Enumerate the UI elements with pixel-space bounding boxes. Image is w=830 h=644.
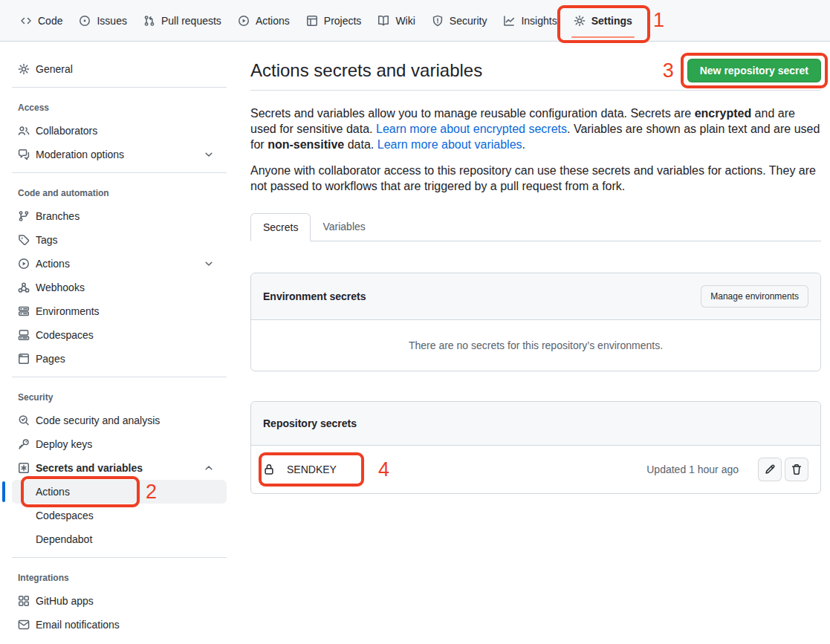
sidebar-item-label: Actions — [36, 486, 70, 498]
intro-bold: non-sensitive — [268, 138, 344, 151]
sidebar-item-label: Email notifications — [36, 619, 120, 631]
sidebar-item-webhooks[interactable]: Webhooks — [12, 276, 227, 299]
intro-paragraph-2: Anyone with collaborator access to this … — [250, 163, 821, 194]
repository-secrets-title: Repository secrets — [263, 417, 357, 430]
sidebar-divider — [12, 87, 227, 88]
sidebar-item-actions[interactable]: Actions — [12, 252, 227, 276]
edit-secret-button[interactable] — [758, 458, 782, 481]
tab-label: Insights — [521, 15, 557, 27]
key-icon — [18, 438, 30, 450]
sidebar-subitem-codespaces[interactable]: Codespaces — [12, 504, 227, 527]
book-icon — [377, 15, 389, 27]
secrets-variables-tabnav: Secrets Variables — [250, 213, 821, 241]
tab-projects[interactable]: Projects — [298, 0, 370, 41]
main-content: Actions secrets and variables 3 New repo… — [250, 42, 821, 494]
sidebar-section-integrations: Integrations — [12, 564, 227, 589]
sidebar-item-label: Webhooks — [36, 282, 85, 293]
tab-security[interactable]: Security — [424, 0, 496, 41]
environment-secrets-empty-text: There are no secrets for this repository… — [251, 320, 820, 371]
tab-pull-requests[interactable]: Pull requests — [135, 0, 230, 41]
annotation-number-1: 1 — [653, 10, 664, 30]
git-pull-request-icon — [143, 15, 155, 27]
tab-variables[interactable]: Variables — [311, 213, 377, 241]
sidebar-subitem-dependabot[interactable]: Dependabot — [12, 527, 227, 551]
tab-label: Pull requests — [161, 15, 221, 27]
table-icon — [306, 15, 318, 27]
intro-paragraph-1: Secrets and variables allow you to manag… — [250, 105, 821, 152]
tab-issues[interactable]: Issues — [71, 0, 134, 41]
sidebar-item-label: Collaborators — [36, 125, 97, 137]
sidebar-divider — [12, 172, 227, 173]
graph-icon — [503, 15, 515, 27]
sidebar-item-branches[interactable]: Branches — [12, 204, 227, 228]
tab-insights[interactable]: Insights — [495, 0, 565, 41]
page-title: Actions secrets and variables — [250, 59, 482, 82]
sidebar-item-label: GitHub apps — [36, 595, 94, 607]
tab-secrets[interactable]: Secrets — [250, 213, 311, 241]
sidebar-item-codespaces[interactable]: Codespaces — [12, 323, 227, 347]
intro-text: Secrets and variables allow you to manag… — [250, 107, 695, 120]
sidebar-item-label: Deploy keys — [36, 438, 92, 450]
sidebar-item-collaborators[interactable]: Collaborators — [12, 119, 227, 143]
sidebar-section-security: Security — [12, 383, 227, 409]
sidebar-item-moderation-options[interactable]: Moderation options — [12, 143, 227, 166]
manage-environments-button[interactable]: Manage environments — [701, 285, 808, 308]
sidebar-item-email-notifications[interactable]: Email notifications — [12, 613, 227, 637]
secret-entry: SENDKEY — [263, 458, 337, 481]
sidebar-item-label: Tags — [36, 234, 58, 246]
sidebar-divider — [12, 377, 227, 377]
sidebar-item-environments[interactable]: Environments — [12, 299, 227, 323]
play-icon — [238, 15, 250, 27]
secret-row: SENDKEY 4 Updated 1 hour ago — [251, 446, 820, 493]
sidebar-item-label: Code security and analysis — [36, 414, 160, 426]
learn-more-variables-link[interactable]: Learn more about variables — [377, 138, 522, 151]
sidebar-section-code-and-automation: Code and automation — [12, 179, 227, 204]
intro-bold: encrypted — [695, 107, 751, 120]
tab-label: Wiki — [395, 15, 415, 27]
intro-text: data. — [344, 138, 377, 151]
tab-wiki[interactable]: Wiki — [369, 0, 423, 41]
sidebar-item-label: Dependabot — [36, 533, 92, 545]
repo-tab-nav: Code Issues Pull requests Actions Projec… — [0, 0, 830, 42]
gear-icon — [574, 15, 586, 27]
sidebar-item-label: General — [36, 63, 73, 75]
sidebar-subitem-actions-selected[interactable]: Actions 2 — [12, 480, 227, 504]
delete-secret-button[interactable] — [785, 458, 808, 481]
sidebar-item-label: Moderation options — [36, 149, 124, 160]
sidebar-item-code-security[interactable]: Code security and analysis — [12, 409, 227, 432]
annotation-number-2: 2 — [146, 482, 157, 502]
comment-discussion-icon — [18, 149, 30, 160]
sidebar-item-github-apps[interactable]: GitHub apps — [12, 589, 227, 613]
tab-actions[interactable]: Actions — [230, 0, 298, 41]
mail-icon — [18, 619, 30, 631]
chevron-down-icon — [203, 149, 215, 160]
sidebar-item-secrets-and-variables[interactable]: Secrets and variables — [12, 456, 227, 480]
tab-label: Projects — [324, 15, 362, 27]
tab-settings[interactable]: Settings — [565, 0, 641, 41]
tab-label: Security — [450, 15, 487, 27]
sidebar-item-deploy-keys[interactable]: Deploy keys — [12, 432, 227, 456]
people-icon — [18, 125, 30, 137]
learn-more-encrypted-secrets-link[interactable]: Learn more about encrypted secrets — [376, 123, 567, 135]
sidebar-item-general[interactable]: General — [12, 57, 227, 81]
tab-code[interactable]: Code — [12, 0, 71, 41]
tab-label: Actions — [256, 15, 290, 27]
repository-secrets-card: Repository secrets SENDKEY 4 Updated 1 h… — [250, 401, 821, 494]
codescan-icon — [18, 414, 30, 426]
sidebar-item-pages[interactable]: Pages — [12, 347, 227, 371]
pencil-icon — [764, 464, 776, 475]
sidebar-section-access: Access — [12, 94, 227, 119]
intro-text: . — [522, 138, 525, 151]
apps-icon — [18, 595, 30, 607]
tag-icon — [18, 234, 30, 246]
git-branch-icon — [18, 210, 30, 222]
issue-opened-icon — [79, 15, 91, 27]
sidebar-item-label: Environments — [36, 305, 100, 317]
gear-icon — [18, 63, 30, 75]
chevron-up-icon — [203, 462, 215, 474]
environment-secrets-card: Environment secrets Manage environments … — [250, 273, 821, 371]
sidebar-item-tags[interactable]: Tags — [12, 228, 227, 252]
new-repository-secret-button[interactable]: New repository secret — [687, 59, 821, 82]
sidebar-divider — [12, 557, 227, 558]
secret-updated-timestamp: Updated 1 hour ago — [646, 464, 739, 475]
